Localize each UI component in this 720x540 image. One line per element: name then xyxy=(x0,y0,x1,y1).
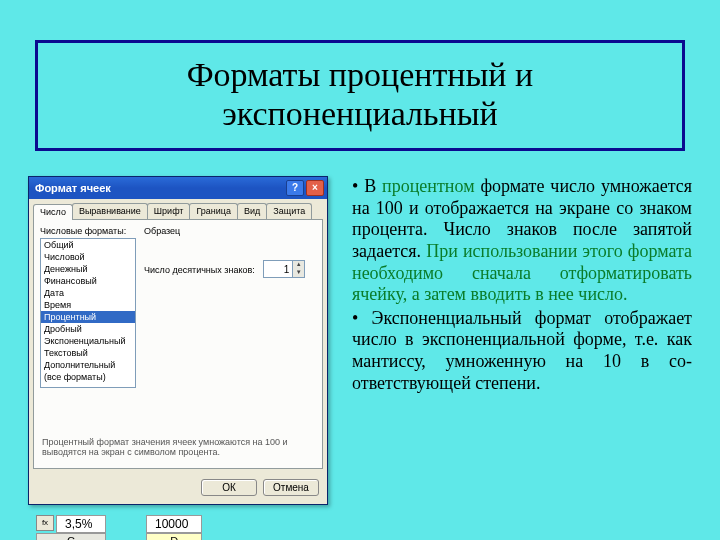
slide-body-text: • В процентном формате число умножается … xyxy=(352,176,692,540)
decimals-row: Число десятичных знаков: ▲ ▼ xyxy=(144,260,316,278)
list-item[interactable]: (все форматы) xyxy=(41,371,135,383)
slide-title-banner: Форматы процентный и экспоненциальный xyxy=(35,40,685,151)
list-item[interactable]: Общий xyxy=(41,239,135,251)
highlight-percent: процентном xyxy=(382,176,474,196)
list-item[interactable]: Финансовый xyxy=(41,275,135,287)
spinner-arrows[interactable]: ▲ ▼ xyxy=(292,261,304,277)
tab-protection[interactable]: Защита xyxy=(266,203,312,219)
tab-border[interactable]: Граница xyxy=(189,203,238,219)
format-list-label: Числовые форматы: xyxy=(40,226,136,236)
formula-cell: 3,5% xyxy=(56,515,106,533)
cancel-button[interactable]: Отмена xyxy=(263,479,319,496)
list-item[interactable]: Числовой xyxy=(41,251,135,263)
dialog-tabs: Число Выравнивание Шрифт Граница Вид Защ… xyxy=(29,199,327,219)
tab-number[interactable]: Число xyxy=(33,204,73,220)
decimals-input[interactable] xyxy=(264,264,292,275)
decimals-spinner[interactable]: ▲ ▼ xyxy=(263,260,305,278)
list-item[interactable]: Денежный xyxy=(41,263,135,275)
sample-exponent: 10000 D 1,E+04 xyxy=(146,515,202,540)
fx-icon: fx xyxy=(36,515,54,531)
list-item[interactable]: Дробный xyxy=(41,323,135,335)
list-item[interactable]: Дата xyxy=(41,287,135,299)
right-pane: Образец Число десятичных знаков: ▲ ▼ xyxy=(144,226,316,388)
decimals-label: Число десятичных знаков: xyxy=(144,265,255,275)
list-item[interactable]: Дополнительный xyxy=(41,359,135,371)
ok-button[interactable]: ОК xyxy=(201,479,257,496)
content-row: Формат ячеек ? × Число Выравнивание Шриф… xyxy=(0,176,720,540)
list-item[interactable]: Экспоненциальный xyxy=(41,335,135,347)
list-item[interactable]: Текстовый xyxy=(41,347,135,359)
sample-percent: fx 3,5% C 3,5% xyxy=(36,515,106,540)
tab-panel: Числовые форматы: Общий Числовой Денежны… xyxy=(33,219,323,469)
cell-samples: fx 3,5% C 3,5% 10000 D 1,E+04 xyxy=(28,515,338,540)
col-header-d: D xyxy=(146,533,202,540)
list-item-selected[interactable]: Процентный xyxy=(41,311,135,323)
close-button[interactable]: × xyxy=(306,180,324,196)
format-hint: Процентный формат значения ячеек умножаю… xyxy=(42,438,314,458)
format-list-col: Числовые форматы: Общий Числовой Денежны… xyxy=(40,226,136,388)
left-column: Формат ячеек ? × Число Выравнивание Шриф… xyxy=(28,176,338,540)
paragraph-1: • В процентном формате число умножается … xyxy=(352,176,692,306)
formula-cell: 10000 xyxy=(146,515,202,533)
slide-title: Форматы процентный и экспоненциальный xyxy=(187,56,534,132)
dialog-title: Формат ячеек xyxy=(35,182,111,194)
list-item[interactable]: Время xyxy=(41,299,135,311)
spinner-up-icon[interactable]: ▲ xyxy=(292,261,304,269)
help-button[interactable]: ? xyxy=(286,180,304,196)
paragraph-2: • Экспоненциальный формат отображает чис… xyxy=(352,308,692,394)
dialog-buttons: ОК Отмена xyxy=(29,475,327,504)
spinner-down-icon[interactable]: ▼ xyxy=(292,269,304,277)
titlebar-buttons: ? × xyxy=(286,180,324,196)
dialog-titlebar[interactable]: Формат ячеек ? × xyxy=(29,177,327,199)
sample-label: Образец xyxy=(144,226,316,236)
format-cells-dialog: Формат ячеек ? × Число Выравнивание Шриф… xyxy=(28,176,328,505)
col-header-c: C xyxy=(36,533,106,540)
tab-font[interactable]: Шрифт xyxy=(147,203,191,219)
tab-view[interactable]: Вид xyxy=(237,203,267,219)
tab-alignment[interactable]: Выравнивание xyxy=(72,203,148,219)
format-list[interactable]: Общий Числовой Денежный Финансовый Дата … xyxy=(40,238,136,388)
